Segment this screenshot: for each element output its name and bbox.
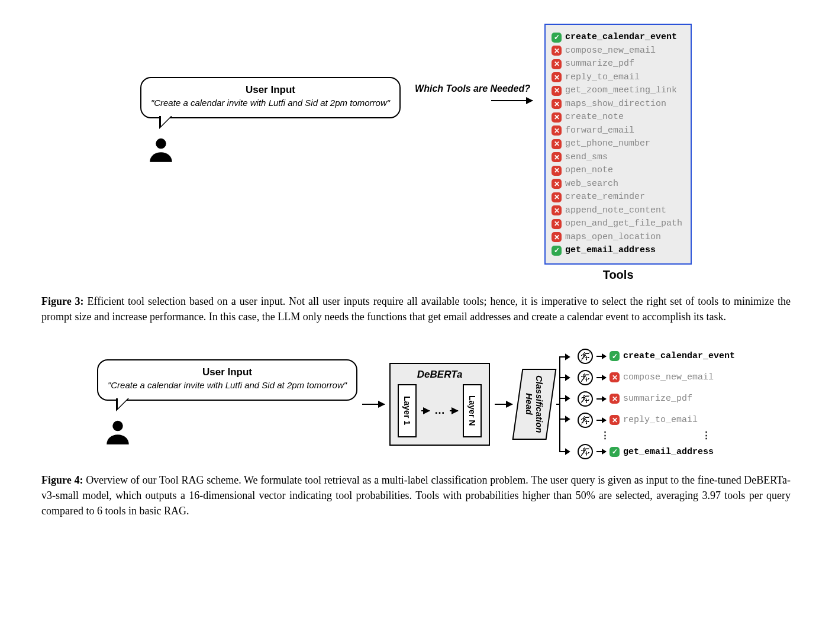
tool-name: get_email_address xyxy=(565,244,656,257)
check-icon: ✓ xyxy=(610,447,620,457)
tool-item: ✕web_search xyxy=(552,178,682,191)
tool-name: open_note xyxy=(565,164,613,178)
tool-item: ✕open_note xyxy=(552,164,682,178)
speech-bubble: User Input "Create a calendar invite wit… xyxy=(97,359,357,401)
figure-3: User Input "Create a calendar invite wit… xyxy=(41,24,791,324)
arrow-icon xyxy=(596,451,606,452)
user-input-title: User Input xyxy=(108,366,347,378)
arrow-icon xyxy=(596,377,606,378)
tool-name: compose_new_email xyxy=(565,44,656,58)
fanout-icon xyxy=(556,348,573,461)
user-input-title: User Input xyxy=(151,84,390,96)
cross-icon: ✕ xyxy=(552,86,562,96)
tool-item: ✕create_note xyxy=(552,111,682,124)
output-row: ✕reply_to_email xyxy=(578,413,735,428)
tools-box: ✓create_calendar_event✕compose_new_email… xyxy=(544,24,692,265)
tool-name: send_sms xyxy=(565,151,608,165)
output-row: ✕summarize_pdf xyxy=(578,391,735,407)
user-block: User Input "Create a calendar invite wit… xyxy=(97,359,357,449)
figure-3-caption: Figure 3: Efficient tool selection based… xyxy=(41,294,791,324)
tool-name: create_reminder xyxy=(565,191,645,204)
speech-tail-icon xyxy=(116,398,129,411)
figure-3-label: Figure 3: xyxy=(41,295,84,307)
arrow-icon xyxy=(596,398,606,400)
output-name: get_email_address xyxy=(623,447,714,457)
user-input-quote: "Create a calendar invite with Lutfi and… xyxy=(151,97,390,109)
sigmoid-icon xyxy=(578,391,593,407)
tool-name: append_note_content xyxy=(565,204,666,218)
check-icon: ✓ xyxy=(552,246,562,256)
speech-tail-icon xyxy=(159,116,172,129)
outputs-list: ✓create_calendar_event✕compose_new_email… xyxy=(578,349,735,460)
cross-icon: ✕ xyxy=(552,59,562,69)
tools-panel: ✓create_calendar_event✕compose_new_email… xyxy=(544,24,692,282)
layer-1: Layer 1 xyxy=(398,384,417,437)
speech-bubble: User Input "Create a calendar invite wit… xyxy=(140,77,401,118)
cross-icon: ✕ xyxy=(610,394,620,404)
arrow-icon xyxy=(495,404,512,405)
arrow-icon xyxy=(596,356,606,357)
output-name: create_calendar_event xyxy=(623,351,735,361)
tool-item: ✕create_reminder xyxy=(552,191,682,204)
user-input-quote: "Create a calendar invite with Lutfi and… xyxy=(108,379,347,391)
question-block: Which Tools are Needed? xyxy=(412,83,533,101)
tool-item: ✕get_phone_number xyxy=(552,137,682,151)
cross-icon: ✕ xyxy=(610,415,620,425)
tool-item: ✕open_and_get_file_path xyxy=(552,217,682,231)
tool-name: open_and_get_file_path xyxy=(565,217,682,231)
tool-name: web_search xyxy=(565,178,618,191)
cross-icon: ✕ xyxy=(552,112,562,123)
sigmoid-icon xyxy=(578,444,593,459)
user-icon xyxy=(103,417,133,449)
output-row: ✓create_calendar_event xyxy=(578,349,735,364)
user-icon xyxy=(146,135,176,167)
figure-4-caption-text: Overview of our Tool RAG scheme. We form… xyxy=(41,474,791,517)
figure-4-caption: Figure 4: Overview of our Tool RAG schem… xyxy=(41,472,791,519)
arrow-icon xyxy=(491,100,533,101)
tool-name: maps_open_location xyxy=(565,231,661,244)
tool-name: get_zoom_meeting_link xyxy=(565,84,677,98)
tool-name: forward_email xyxy=(565,124,634,138)
tool-item: ✕send_sms xyxy=(552,151,682,165)
sigmoid-icon xyxy=(578,349,593,364)
cross-icon: ✕ xyxy=(552,139,562,149)
output-row: ✕compose_new_email xyxy=(578,370,735,385)
cross-icon: ✕ xyxy=(552,205,562,215)
cross-icon: ✕ xyxy=(552,219,562,229)
tools-title: Tools xyxy=(603,268,634,282)
tool-name: summarize_pdf xyxy=(565,57,634,71)
arrow-icon xyxy=(450,410,458,411)
arrow-icon xyxy=(421,410,430,411)
figure-4-label: Figure 4: xyxy=(41,474,83,486)
cross-icon: ✕ xyxy=(552,192,562,202)
output-row: ✓get_email_address xyxy=(578,444,735,459)
cross-icon: ✕ xyxy=(552,166,562,176)
tool-name: maps_show_direction xyxy=(565,98,666,111)
cross-icon: ✕ xyxy=(552,152,562,162)
classification-head: Classification Head xyxy=(512,369,557,440)
tool-item: ✕append_note_content xyxy=(552,204,682,218)
arrow-icon xyxy=(596,420,606,421)
deberta-box: DeBERTa Layer 1 … Layer N xyxy=(389,363,490,446)
cross-icon: ✕ xyxy=(552,232,562,242)
layer-ellipsis: … xyxy=(434,404,445,417)
svg-point-0 xyxy=(156,139,166,149)
cross-icon: ✕ xyxy=(552,99,562,109)
tool-name: get_phone_number xyxy=(565,137,650,151)
tool-name: create_calendar_event xyxy=(565,31,677,44)
cross-icon: ✕ xyxy=(552,179,562,189)
svg-point-1 xyxy=(112,421,123,432)
tool-item: ✓get_email_address xyxy=(552,244,682,257)
cross-icon: ✕ xyxy=(610,372,620,382)
user-block: User Input "Create a calendar invite wit… xyxy=(140,77,401,167)
tool-item: ✕compose_new_email xyxy=(552,44,682,58)
model-title: DeBERTa xyxy=(417,369,463,381)
check-icon: ✓ xyxy=(552,33,562,43)
output-name: reply_to_email xyxy=(623,415,698,425)
tool-item: ✕summarize_pdf xyxy=(552,57,682,71)
layer-n: Layer N xyxy=(463,384,482,437)
cross-icon: ✕ xyxy=(552,125,562,136)
cross-icon: ✕ xyxy=(552,72,562,82)
tool-item: ✕forward_email xyxy=(552,124,682,138)
check-icon: ✓ xyxy=(610,351,620,361)
